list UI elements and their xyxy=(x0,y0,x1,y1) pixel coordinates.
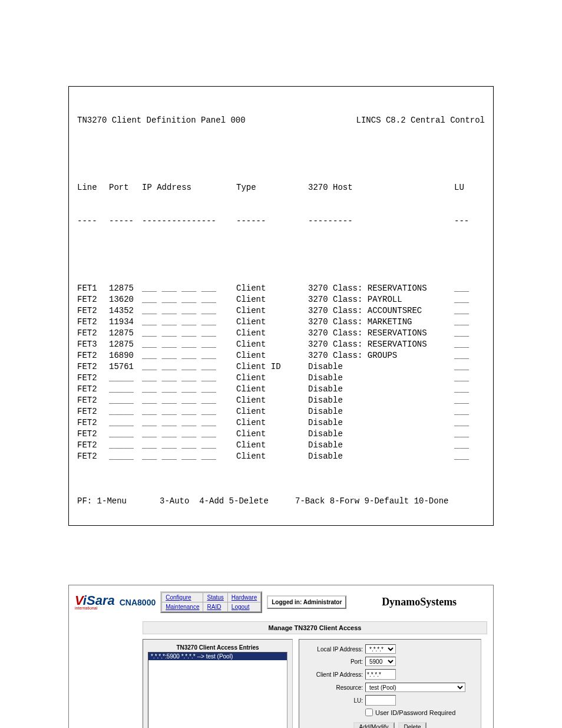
nav-status[interactable]: Status xyxy=(207,594,223,601)
cell-line: FET2 xyxy=(77,451,109,462)
entry-item-selected[interactable]: *.*.*.*:5900 *.*.*.* --> test (Pool) xyxy=(148,653,287,660)
cell-type: Client xyxy=(236,406,308,417)
cell-type: Client xyxy=(236,440,308,451)
lu-label: LU: xyxy=(304,697,365,704)
cell-type: Client xyxy=(236,373,308,384)
terminal-data-row: FET2________ ___ ___ ___ClientDisable___ xyxy=(77,373,485,384)
cell-type: Client xyxy=(236,283,308,294)
client-ip-input[interactable] xyxy=(365,669,396,680)
terminal-data-row: FET2________ ___ ___ ___ClientDisable___ xyxy=(77,429,485,440)
cell-lu: ___ xyxy=(454,294,474,305)
cell-type: Client xyxy=(236,328,308,339)
local-ip-select[interactable]: *.*.*.* xyxy=(365,644,396,654)
cell-type: Client xyxy=(236,429,308,440)
terminal-data-row: FET214352___ ___ ___ ___Client3270 Class… xyxy=(77,305,485,317)
cell-lu: ___ xyxy=(454,350,474,361)
nav-configure[interactable]: Configure xyxy=(166,594,191,601)
cell-host: 3270 Class: GROUPS xyxy=(308,350,454,361)
cell-ip: ___ ___ ___ ___ xyxy=(142,395,236,406)
cell-lu: ___ xyxy=(454,373,474,384)
cell-ip: ___ ___ ___ ___ xyxy=(142,328,236,339)
nav-logout[interactable]: Logout xyxy=(232,604,250,610)
cell-port: _____ xyxy=(109,373,142,384)
cell-line: FET2 xyxy=(77,373,109,384)
resource-label: Resource: xyxy=(304,684,365,691)
cell-ip: ___ ___ ___ ___ xyxy=(142,373,236,384)
cell-port: _____ xyxy=(109,395,142,406)
cell-host: 3270 Class: RESERVATIONS xyxy=(308,283,454,294)
cell-ip: ___ ___ ___ ___ xyxy=(142,294,236,305)
cell-port: 14352 xyxy=(109,305,142,317)
terminal-footer: PF: 1-Menu 3-Auto 4-Add 5-Delete 7-Back … xyxy=(77,496,485,507)
terminal-data-row: FET213620___ ___ ___ ___Client3270 Class… xyxy=(77,294,485,305)
cell-lu: ___ xyxy=(454,417,474,429)
cell-type: Client xyxy=(236,395,308,406)
cell-line: FET3 xyxy=(77,339,109,350)
cell-port: _____ xyxy=(109,440,142,451)
terminal-title-right: LINCS C8.2 Central Control xyxy=(356,115,485,126)
cell-port: 12875 xyxy=(109,339,142,350)
logged-in-box: Logged in: Administrator xyxy=(267,595,346,609)
cell-lu: ___ xyxy=(454,395,474,406)
cell-line: FET2 xyxy=(77,328,109,339)
cell-ip: ___ ___ ___ ___ xyxy=(142,406,236,417)
entries-listbox[interactable]: *.*.*.*:5900 *.*.*.* --> test (Pool) xyxy=(148,652,287,728)
cell-lu: ___ xyxy=(454,339,474,350)
cell-host: 3270 Class: PAYROLL xyxy=(308,294,454,305)
cell-host: Disable xyxy=(308,440,454,451)
footer-right: 7-Back 8-Forw 9-Default 10-Done xyxy=(295,496,448,507)
add-modify-button[interactable]: Add/Modify xyxy=(353,722,395,728)
cell-port: 12875 xyxy=(109,283,142,294)
cell-port: 16890 xyxy=(109,350,142,361)
form-column: Local IP Address: *.*.*.* Port: 5900 Cli… xyxy=(299,639,481,728)
cell-ip: ___ ___ ___ ___ xyxy=(142,451,236,462)
cell-host: Disable xyxy=(308,406,454,417)
delete-button[interactable]: Delete xyxy=(398,722,427,728)
terminal-data-row: FET211934___ ___ ___ ___Client3270 Class… xyxy=(77,317,485,328)
cell-line: FET2 xyxy=(77,440,109,451)
hdr-host: 3270 Host xyxy=(308,182,454,193)
uidpw-checkbox[interactable] xyxy=(365,709,373,716)
cell-port: 12875 xyxy=(109,328,142,339)
cell-host: Disable xyxy=(308,373,454,384)
cell-type: Client xyxy=(236,317,308,328)
cell-ip: ___ ___ ___ ___ xyxy=(142,384,236,395)
cell-lu: ___ xyxy=(454,440,474,451)
header-bar: ViSara international CNA8000 Configure S… xyxy=(75,591,487,613)
cell-ip: ___ ___ ___ ___ xyxy=(142,361,236,373)
nav-box: Configure Status Hardware Maintenance RA… xyxy=(160,591,262,613)
cell-line: FET2 xyxy=(77,350,109,361)
cell-line: FET1 xyxy=(77,283,109,294)
cell-lu: ___ xyxy=(454,305,474,317)
nav-maintenance[interactable]: Maintenance xyxy=(166,604,199,610)
cell-line: FET2 xyxy=(77,361,109,373)
cell-host: 3270 Class: RESERVATIONS xyxy=(308,339,454,350)
local-ip-label: Local IP Address: xyxy=(304,646,365,653)
cell-lu: ___ xyxy=(454,361,474,373)
nav-hardware[interactable]: Hardware xyxy=(232,594,257,601)
terminal-data-row: FET112875___ ___ ___ ___Client3270 Class… xyxy=(77,283,485,294)
port-select[interactable]: 5900 xyxy=(365,657,396,666)
cell-type: Client xyxy=(236,305,308,317)
terminal-data-row: FET2________ ___ ___ ___ClientDisable___ xyxy=(77,440,485,451)
resource-select[interactable]: test (Pool) xyxy=(365,683,465,692)
terminal-data-row: FET216890___ ___ ___ ___Client3270 Class… xyxy=(77,350,485,361)
cell-port: _____ xyxy=(109,406,142,417)
cell-type: Client xyxy=(236,294,308,305)
cell-host: Disable xyxy=(308,451,454,462)
cell-lu: ___ xyxy=(454,429,474,440)
hdr-lu: LU xyxy=(454,182,474,193)
cell-type: Client xyxy=(236,350,308,361)
terminal-data-row: FET212875___ ___ ___ ___Client3270 Class… xyxy=(77,328,485,339)
cell-port: _____ xyxy=(109,429,142,440)
port-label: Port: xyxy=(304,658,365,665)
cell-lu: ___ xyxy=(454,384,474,395)
cell-line: FET2 xyxy=(77,406,109,417)
cell-line: FET2 xyxy=(77,305,109,317)
cell-type: Client xyxy=(236,384,308,395)
cell-line: FET2 xyxy=(77,395,109,406)
cell-host: Disable xyxy=(308,429,454,440)
nav-raid[interactable]: RAID xyxy=(207,604,221,610)
cell-host: 3270 Class: RESERVATIONS xyxy=(308,328,454,339)
lu-input[interactable] xyxy=(365,695,396,706)
